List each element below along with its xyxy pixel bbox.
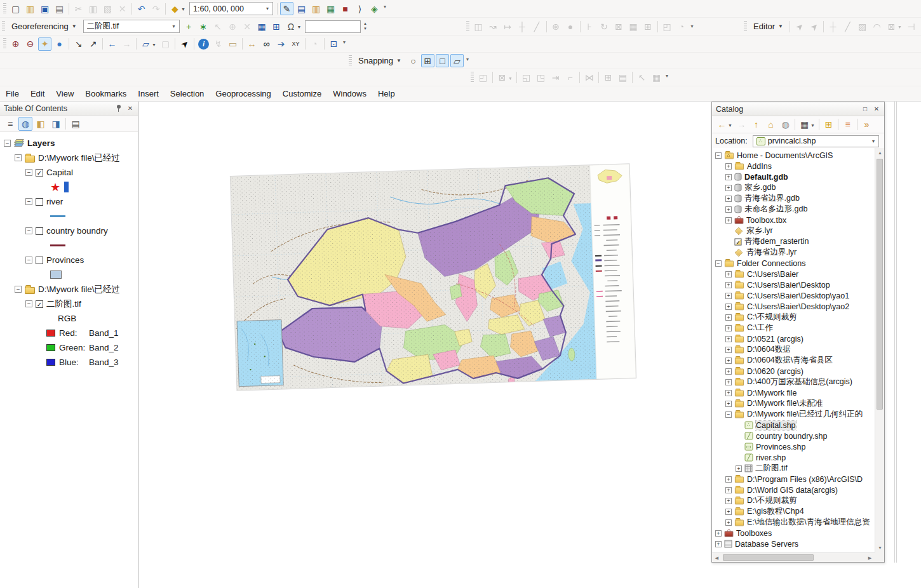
zoom-out-icon[interactable]: ⊖ xyxy=(24,37,37,51)
layer-visibility-checkbox[interactable] xyxy=(36,198,43,206)
print-icon[interactable]: ▤ xyxy=(53,2,66,15)
expand-icon[interactable]: + xyxy=(725,282,732,288)
collapse-icon[interactable]: − xyxy=(25,300,32,307)
point-snapping-icon[interactable]: ○ xyxy=(407,54,420,67)
smooth-tool-icon[interactable]: ● xyxy=(564,20,577,33)
toc-tree-row[interactable]: −✓Capital xyxy=(0,165,138,180)
topology-select-tool-icon[interactable]: ⊠▼ xyxy=(495,71,509,84)
toc-tree-row[interactable]: −D:\Mywork file\已经过 xyxy=(0,150,138,165)
expand-icon[interactable]: + xyxy=(715,541,722,547)
catalog-tree-row[interactable]: +AddIns xyxy=(712,161,875,171)
scroll-left-icon[interactable]: ◀ xyxy=(712,553,722,563)
expand-icon[interactable]: + xyxy=(725,401,732,407)
catalog-tree-row[interactable]: +家乡.gdb xyxy=(712,182,875,193)
catalog-tree-row[interactable]: +二阶图.tif xyxy=(712,463,875,474)
expand-icon[interactable]: + xyxy=(725,357,732,364)
line-intersection-tool-icon[interactable]: ╱ xyxy=(530,20,544,33)
toolbar-overflow-icon[interactable]: ▾ xyxy=(384,4,386,10)
list-by-selection-icon[interactable]: ◨ xyxy=(49,117,63,131)
toc-tree-row[interactable]: Red:Band_1 xyxy=(0,326,138,340)
fixed-zoom-in-icon[interactable]: ↘ xyxy=(72,37,85,51)
expand-icon[interactable]: + xyxy=(725,196,732,202)
menu-file[interactable]: File xyxy=(0,87,25,100)
expand-icon[interactable]: + xyxy=(725,347,732,353)
circle-tool-icon[interactable]: ◔ xyxy=(675,20,689,33)
scroll-down-icon[interactable]: ▼ xyxy=(875,543,885,552)
toolbar-overflow-icon[interactable]: ▾ xyxy=(466,57,469,62)
measure-icon[interactable]: ↔ xyxy=(245,37,259,51)
collapse-icon[interactable]: − xyxy=(15,154,22,161)
undo-icon[interactable]: ↶ xyxy=(135,2,148,15)
toc-tree-row[interactable]: −Layers xyxy=(0,136,138,150)
find-icon[interactable]: ∞ xyxy=(260,37,273,51)
toolbar-overflow-icon[interactable]: » xyxy=(860,118,873,131)
toolbar-overflow-icon[interactable]: ▾ xyxy=(691,23,694,29)
explode-multipart-tool-icon[interactable]: ⊛ xyxy=(549,20,563,33)
expand-icon[interactable]: + xyxy=(725,368,732,375)
close-icon[interactable]: ✕ xyxy=(125,104,135,113)
catalog-tree-row[interactable]: +D:\400万国家基础信息(arcgis) xyxy=(712,377,875,387)
expand-icon[interactable]: + xyxy=(725,185,732,191)
extend-tool-icon[interactable]: ↦ xyxy=(501,20,514,33)
catalog-tree-row[interactable]: −⌂Home - Documents\ArcGIS xyxy=(712,150,875,161)
delete-link-icon[interactable]: ✕ xyxy=(241,20,254,33)
expand-icon[interactable]: + xyxy=(725,498,732,504)
expand-icon[interactable]: + xyxy=(725,509,732,515)
expand-icon[interactable]: + xyxy=(725,206,732,213)
catalog-tree-row[interactable]: ✓青海dem_rastertin xyxy=(712,236,875,247)
edit-vertices-tool-icon[interactable]: ⊣ xyxy=(904,20,918,33)
catalog-tree-row[interactable]: +E:\地信输出数据\青海省地理信息资 xyxy=(712,517,875,528)
error-inspector-window-icon[interactable]: ▦ xyxy=(650,71,663,84)
collapse-icon[interactable]: − xyxy=(25,257,32,264)
home-folder-icon[interactable]: ⌂ xyxy=(764,118,777,131)
toolbar-overflow-icon[interactable]: ▾ xyxy=(666,73,668,79)
toc-tree-row[interactable]: −country boundry xyxy=(0,224,138,238)
table-of-contents-window-icon[interactable]: ▤ xyxy=(295,2,308,15)
georeferencing-menu[interactable]: Georeferencing▼ xyxy=(7,20,81,32)
scrollbar-thumb[interactable] xyxy=(723,554,814,561)
toc-tree-row[interactable]: −Provinces xyxy=(0,253,138,267)
expand-icon[interactable]: + xyxy=(725,271,732,277)
view-link-table-icon[interactable]: ▦ xyxy=(255,20,269,33)
catalog-tree-row[interactable]: +D:\0521 (arcgis) xyxy=(712,333,875,344)
open-link-table-icon[interactable]: ⊞ xyxy=(270,20,283,33)
spin-down-icon[interactable]: ▼ xyxy=(362,27,369,32)
attributes-table-tool-icon[interactable]: ▦ xyxy=(627,20,640,33)
vertical-scrollbar[interactable]: ▲ ▼ xyxy=(875,148,884,552)
arctoolbox-window-icon[interactable]: ■ xyxy=(339,2,352,15)
edge-snapping-icon[interactable]: ▱ xyxy=(450,54,464,67)
fillet-tool-icon[interactable]: ↝ xyxy=(487,20,500,33)
catalog-tree-row[interactable]: −D:\Mywork file\已经过几何纠正的 xyxy=(712,409,875,420)
construct-polygons-tool-icon[interactable]: ⊦ xyxy=(583,20,596,33)
catalog-tree-row[interactable]: +C:\Users\Baier xyxy=(712,269,875,279)
zoom-to-selected-link-icon[interactable]: ⊕ xyxy=(226,20,239,33)
catalog-tree-row[interactable]: ∴Capital.shp xyxy=(712,420,875,431)
rotation-angle-spinner[interactable]: ▲▼ xyxy=(362,20,369,33)
toc-tree-row[interactable]: −✓二阶图.tif xyxy=(0,297,138,311)
reshape-edge-tool-icon[interactable]: ◳ xyxy=(534,71,548,84)
chevron-down-icon[interactable]: ▾ xyxy=(868,138,878,144)
catalog-tree-row[interactable]: +未命名多边形.gdb xyxy=(712,204,875,215)
expand-icon[interactable]: + xyxy=(725,325,732,331)
map-topology-icon[interactable]: ◰ xyxy=(476,71,490,84)
html-popup-icon[interactable]: ▭ xyxy=(226,37,239,51)
forward-icon[interactable]: → xyxy=(735,118,748,131)
cut-icon[interactable]: ✂ xyxy=(72,2,85,15)
catalog-tree-row[interactable]: +D:\World GIS data(arcgis) xyxy=(712,484,875,495)
up-one-level-icon[interactable]: ↑ xyxy=(750,118,763,131)
expand-icon[interactable]: + xyxy=(725,487,732,493)
pan-icon[interactable]: ✦ xyxy=(38,37,51,51)
editor-toolbar-toggle-icon[interactable]: ✎ xyxy=(280,2,293,15)
error-inspector-select-icon[interactable]: ↖ xyxy=(635,71,649,84)
validate-topology-view-icon[interactable]: ▤ xyxy=(616,71,629,84)
catalog-tree-row[interactable]: +D:\0620 (arcgis) xyxy=(712,366,875,377)
expand-icon[interactable]: + xyxy=(725,293,732,299)
collapse-icon[interactable]: − xyxy=(725,411,732,418)
straight-segment-tool-icon[interactable]: ╱ xyxy=(841,20,854,33)
copy-features-tool-icon[interactable]: ◫ xyxy=(472,20,485,33)
expand-icon[interactable]: + xyxy=(736,465,742,472)
trim-tool-icon[interactable]: ┼ xyxy=(516,20,529,33)
select-link-icon[interactable]: ↖ xyxy=(212,20,225,33)
menu-windows[interactable]: Windows xyxy=(327,87,372,100)
catalog-tree-row[interactable]: 青海省边界.lyr xyxy=(712,247,875,258)
